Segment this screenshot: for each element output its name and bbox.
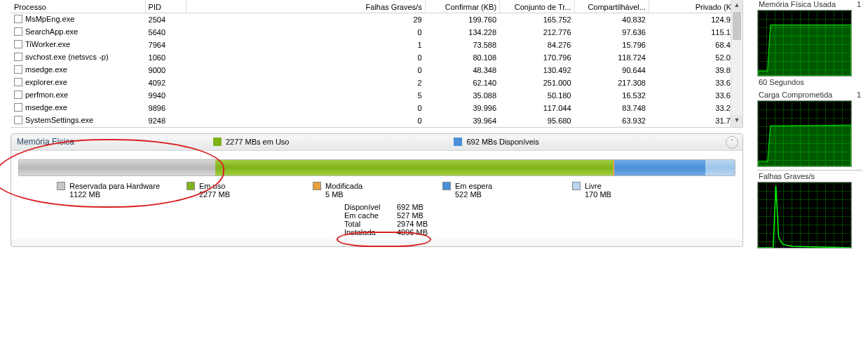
legend-inuse-label: Em uso bbox=[199, 182, 225, 190]
checkbox-icon[interactable] bbox=[14, 53, 22, 61]
table-header-row: Processo PID Falhas Graves/s Confirmar (… bbox=[11, 1, 742, 13]
table-row[interactable]: MsMpEng.exe250429199.760165.75240.832124… bbox=[11, 13, 742, 26]
main-panel: Processo PID Falhas Graves/s Confirmar (… bbox=[11, 0, 743, 247]
vertical-scrollbar[interactable]: ▲ ▼ bbox=[731, 0, 742, 127]
cell-pid: 1060 bbox=[145, 51, 187, 64]
cell-private: 68.480 bbox=[649, 39, 742, 51]
cell-shareable: 16.532 bbox=[574, 89, 649, 102]
cell-private: 33.648 bbox=[649, 89, 742, 102]
scroll-down-icon[interactable]: ▼ bbox=[731, 115, 742, 127]
checkbox-icon[interactable] bbox=[14, 91, 22, 99]
scroll-track[interactable] bbox=[731, 12, 742, 115]
cell-private: 52.072 bbox=[649, 51, 742, 64]
graph2-canvas bbox=[757, 100, 852, 167]
cell-faults: 0 bbox=[187, 51, 426, 64]
table-row[interactable]: SystemSettings.exe9248039.96495.68063.93… bbox=[11, 114, 742, 127]
col-pid[interactable]: PID bbox=[145, 1, 187, 13]
physical-memory-panel: Memória Física 2277 MBs em Uso 692 MBs D… bbox=[11, 133, 743, 247]
cell-private: 33.296 bbox=[649, 102, 742, 114]
memory-available-text: 692 MBs Disponíveis bbox=[466, 138, 538, 146]
legend-standby-value: 522 MB bbox=[442, 190, 482, 199]
table-row[interactable]: SearchApp.exe56400134.228212.77697.63611… bbox=[11, 26, 742, 39]
square-blue-icon bbox=[454, 138, 462, 146]
total-total-value: 2974 MB bbox=[397, 220, 442, 228]
cell-private: 115.140 bbox=[649, 26, 742, 39]
segment-inuse bbox=[215, 160, 613, 175]
graph2-label: Carga Comprometida bbox=[759, 91, 832, 99]
segment-standby bbox=[614, 160, 705, 175]
col-process[interactable]: Processo bbox=[11, 1, 146, 13]
collapse-icon[interactable]: ˄ bbox=[726, 136, 738, 149]
graph3-canvas bbox=[757, 182, 852, 248]
checkbox-icon[interactable] bbox=[14, 15, 22, 23]
cell-workingset: 165.752 bbox=[500, 13, 574, 26]
graphs-panel: Memória Física Usada 1 60 Segundos Carga… bbox=[757, 0, 862, 251]
cell-pid: 2504 bbox=[145, 13, 187, 26]
legend-inuse-value: 2277 MB bbox=[187, 190, 230, 199]
memory-available-summary: 692 MBs Disponíveis bbox=[454, 138, 538, 146]
scroll-up-icon[interactable]: ▲ bbox=[731, 0, 742, 12]
cell-pid: 9000 bbox=[145, 64, 187, 76]
graph3-label: Falhas Graves/s bbox=[759, 172, 815, 180]
cell-pid: 9940 bbox=[145, 89, 187, 102]
cell-pid: 4092 bbox=[145, 76, 187, 89]
col-workingset[interactable]: Conjunto de Tr... bbox=[500, 1, 574, 13]
square-modified-icon bbox=[313, 182, 321, 190]
cell-process: msedge.exe bbox=[11, 64, 146, 76]
cell-pid: 5640 bbox=[145, 26, 187, 39]
col-faults[interactable]: Falhas Graves/s bbox=[187, 1, 426, 13]
table-row[interactable]: msedge.exe9896039.996117.04483.74833.296 bbox=[11, 102, 742, 114]
cell-faults: 2 bbox=[187, 76, 426, 89]
cell-process: perfmon.exe bbox=[11, 89, 146, 102]
scroll-thumb[interactable] bbox=[733, 12, 741, 40]
checkbox-icon[interactable] bbox=[14, 78, 22, 86]
cell-workingset: 212.776 bbox=[500, 26, 574, 39]
cell-process: explorer.exe bbox=[11, 76, 146, 89]
cell-commit: 80.108 bbox=[425, 51, 499, 64]
memory-totals: Disponível692 MB Em cache527 MB Total297… bbox=[344, 203, 735, 237]
legend-reserved: Reservada para Hardware 1122 MB bbox=[57, 182, 187, 199]
memory-inuse-summary: 2277 MBs em Uso bbox=[213, 138, 289, 146]
table-row[interactable]: perfmon.exe9940535.08850.18016.53233.648 bbox=[11, 89, 742, 102]
memory-inuse-text: 2277 MBs em Uso bbox=[226, 138, 289, 146]
cell-commit: 62.140 bbox=[425, 76, 499, 89]
cell-faults: 5 bbox=[187, 89, 426, 102]
cell-shareable: 97.636 bbox=[574, 26, 649, 39]
col-commit[interactable]: Confirmar (KB) bbox=[425, 1, 499, 13]
cell-shareable: 83.748 bbox=[574, 102, 649, 114]
memory-legend: Reservada para Hardware 1122 MB Em uso 2… bbox=[18, 182, 735, 199]
checkbox-icon[interactable] bbox=[14, 65, 22, 74]
square-free-icon bbox=[572, 182, 581, 190]
legend-free: Livre 170 MB bbox=[572, 182, 656, 199]
cell-process: msedge.exe bbox=[11, 102, 146, 114]
process-table: Processo PID Falhas Graves/s Confirmar (… bbox=[11, 0, 742, 127]
cell-pid: 7964 bbox=[145, 39, 187, 51]
cell-commit: 39.996 bbox=[425, 102, 499, 114]
cell-shareable: 63.932 bbox=[574, 114, 649, 127]
physical-memory-header[interactable]: Memória Física 2277 MBs em Uso 692 MBs D… bbox=[11, 134, 742, 151]
graph-physical-memory: Memória Física Usada 1 60 Segundos bbox=[757, 0, 862, 88]
cell-faults: 0 bbox=[187, 26, 426, 39]
segment-free bbox=[705, 160, 735, 175]
table-row[interactable]: svchost.exe (netsvcs -p)1060080.108170.7… bbox=[11, 51, 742, 64]
legend-reserved-label: Reservada para Hardware bbox=[69, 182, 160, 190]
total-cached-value: 527 MB bbox=[397, 211, 442, 220]
total-cached-label: Em cache bbox=[344, 211, 397, 220]
cell-commit: 39.964 bbox=[425, 114, 499, 127]
table-row[interactable]: msedge.exe9000048.348130.49290.64439.848 bbox=[11, 64, 742, 76]
table-row[interactable]: explorer.exe4092262.140251.000217.30833.… bbox=[11, 76, 742, 89]
memory-bar bbox=[18, 159, 735, 176]
checkbox-icon[interactable] bbox=[14, 40, 22, 48]
cell-private: 31.748 bbox=[649, 114, 742, 127]
checkbox-icon[interactable] bbox=[14, 103, 22, 112]
cell-shareable: 15.796 bbox=[574, 39, 649, 51]
table-row[interactable]: TiWorker.exe7964173.58884.27615.79668.48… bbox=[11, 39, 742, 51]
cell-private: 33.692 bbox=[649, 76, 742, 89]
graph1-value: 1 bbox=[857, 0, 861, 8]
col-shareable[interactable]: Compartilhável... bbox=[574, 1, 649, 13]
checkbox-icon[interactable] bbox=[14, 116, 22, 124]
memory-body: Reservada para Hardware 1122 MB Em uso 2… bbox=[11, 151, 742, 239]
legend-inuse: Em uso 2277 MB bbox=[187, 182, 313, 199]
checkbox-icon[interactable] bbox=[14, 27, 22, 36]
col-private[interactable]: Privado (KB) bbox=[649, 1, 742, 13]
